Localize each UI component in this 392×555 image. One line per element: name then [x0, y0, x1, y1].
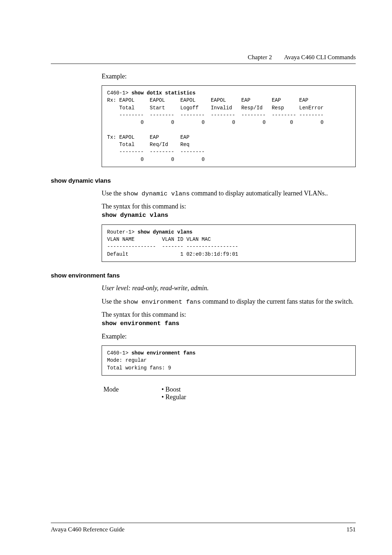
mode-block: Mode Boost Regular [103, 386, 356, 401]
code-body-2: VLAN NAME VLAN ID VLAN MAC -------------… [107, 236, 238, 257]
header-rule [51, 64, 356, 64]
mode-item-2: Regular [162, 393, 186, 401]
syntax-cmd-1: show dynamic vlans [102, 212, 356, 219]
section1-text-post: command to display automatically learned… [190, 190, 328, 197]
page-number: 151 [347, 526, 356, 533]
example-label-2: Example: [102, 333, 356, 340]
user-level-text: User level: read-only, read-write, admin… [102, 284, 356, 293]
code-command-3: show environment fans [131, 350, 195, 356]
code-block-dynamic-vlans: Router-1> show dynamic vlans VLAN NAME V… [102, 224, 356, 262]
page-header: Chapter 2 Avaya C460 CLI Commands [248, 54, 356, 61]
chapter-label: Chapter 2 [248, 54, 272, 61]
section1-text-pre: Use the [102, 190, 123, 197]
section1-cmd-inline: show dynamic vlans [123, 190, 190, 197]
code-block-dot1x: C460-1> show dot1x statistics Rx: EAPOL … [102, 85, 356, 167]
code-prompt-3: C460-1> [107, 350, 131, 356]
footer-rule [51, 523, 356, 523]
syntax-label-2: The syntax for this command is: [102, 311, 356, 319]
mode-items: Boost Regular [162, 386, 186, 401]
mode-label: Mode [103, 386, 162, 401]
footer-left: Avaya C460 Reference Guide [51, 526, 124, 533]
section2-text-post: command to display the current fans stat… [201, 298, 353, 305]
code-command-1: show dot1x statistics [131, 90, 195, 96]
section-heading-env-fans: show environment fans [51, 272, 356, 279]
code-prompt-1: C460-1> [107, 90, 131, 96]
syntax-cmd-2: show environment fans [102, 320, 356, 327]
code-body-3: Mode: regular Total working fans: 9 [107, 357, 171, 370]
mode-item-1: Boost [162, 386, 186, 393]
chapter-title: Avaya C460 CLI Commands [284, 54, 356, 61]
code-body-1: Rx: EAPOL EAPOL EAPOL EAPOL EAP EAP EAP … [107, 97, 324, 162]
example-label-1: Example: [102, 73, 356, 80]
code-prompt-2: Router-1> [107, 229, 138, 235]
section1-para1: Use the show dynamic vlans command to di… [102, 189, 356, 198]
section2-text-pre: Use the [102, 298, 123, 305]
section2-cmd-inline: show environment fans [123, 299, 201, 305]
code-block-env-fans: C460-1> show environment fans Mode: regu… [102, 345, 356, 376]
syntax-label-1: The syntax for this command is: [102, 203, 356, 210]
code-command-2: show dynamic vlans [138, 229, 192, 235]
section-heading-dynamic-vlans: show dynamic vlans [51, 177, 356, 185]
section2-para1: Use the show environment fans command to… [102, 297, 356, 307]
